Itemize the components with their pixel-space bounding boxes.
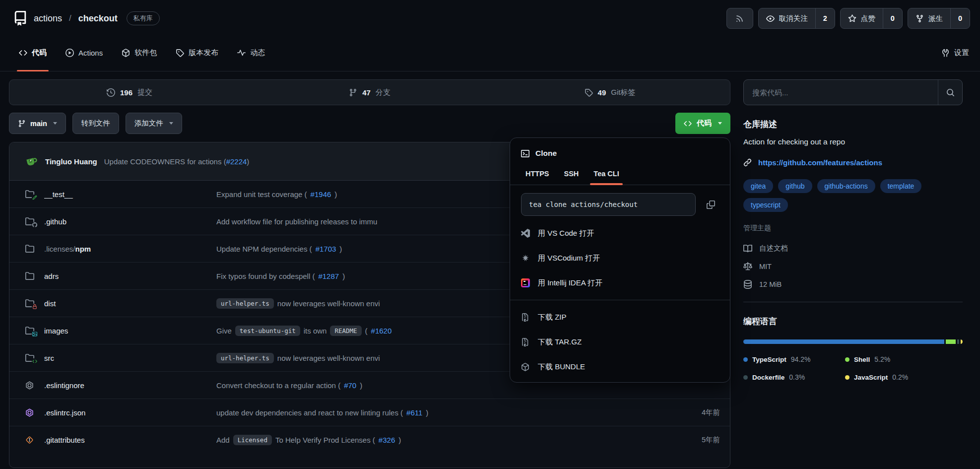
repo-owner-link[interactable]: actions	[34, 13, 62, 24]
menu-item-label: 下载 BUNDLE	[538, 362, 585, 372]
file-name[interactable]: .github	[44, 217, 216, 226]
breadcrumb: actions / checkout 私有库	[13, 11, 160, 26]
clone-tab-https[interactable]: HTTPS	[520, 164, 555, 185]
topic-github[interactable]: github	[778, 179, 812, 193]
tab-code[interactable]: 代码	[12, 35, 54, 71]
tab-settings[interactable]: 设置	[941, 35, 969, 71]
code-button[interactable]: 代码	[675, 113, 730, 134]
stat-commits[interactable]: 196提交	[9, 80, 250, 105]
language-legend-javascript[interactable]: JavaScript0.2%	[845, 373, 963, 381]
language-segment-dockerfile	[957, 339, 959, 344]
website-link[interactable]: https://github.com/features/actions	[758, 158, 882, 167]
add-file-button[interactable]: 添加文件	[126, 113, 182, 134]
commit-message[interactable]: update dev dependencies and react to new…	[216, 408, 695, 417]
menu-item[interactable]: 下载 TAR.GZ	[510, 330, 730, 354]
commit-author[interactable]: Tingluo Huang	[45, 157, 97, 166]
topic-github-actions[interactable]: github-actions	[817, 179, 875, 193]
file-name[interactable]: .eslintignore	[44, 381, 216, 390]
issue-link[interactable]: #2224	[226, 157, 247, 166]
file-name[interactable]: .gitattributes	[44, 436, 216, 444]
copy-button[interactable]	[702, 196, 719, 213]
file-name[interactable]: __test__	[44, 190, 216, 199]
search-input[interactable]	[744, 80, 938, 105]
rss-button[interactable]	[726, 8, 753, 29]
clone-download-items: 下载 ZIP下载 TAR.GZ下载 BUNDLE	[510, 305, 730, 379]
fork-count[interactable]: 0	[950, 8, 970, 28]
database-icon	[743, 280, 752, 289]
goto-file-button[interactable]: 转到文件	[72, 113, 119, 134]
file-name[interactable]: .licenses/npm	[44, 245, 216, 253]
meta-item[interactable]: 12 MiB	[743, 280, 963, 289]
file-row[interactable]: .gitattributesAddLicensedTo Help Verify …	[9, 426, 730, 454]
issue-link[interactable]: #611	[406, 408, 422, 417]
issue-link[interactable]: #326	[379, 436, 395, 444]
menu-item[interactable]: 下载 BUNDLE	[510, 354, 730, 379]
language-segment-typescript	[743, 339, 944, 344]
clone-tab-ssh[interactable]: SSH	[559, 164, 585, 185]
eye-icon	[766, 14, 775, 23]
file-name[interactable]: adrs	[44, 272, 216, 280]
tab-packages[interactable]: 软件包	[115, 35, 164, 71]
topic-template[interactable]: template	[880, 179, 922, 193]
language-legend-dockerfile[interactable]: Dockerfile0.3%	[743, 373, 845, 381]
repo-icon	[13, 11, 28, 26]
tab-actions[interactable]: Actions	[59, 35, 110, 71]
branch-selector[interactable]: main	[9, 113, 66, 134]
issue-link[interactable]: #70	[344, 381, 356, 390]
commit-message[interactable]: AddLicensedTo Help Verify Prod Licenses …	[216, 435, 695, 445]
repo-name-link[interactable]: checkout	[78, 13, 118, 24]
file-name[interactable]: src	[44, 354, 216, 362]
tab-activity[interactable]: 动态	[230, 35, 272, 71]
repo-page: actions / checkout 私有库 取消关注2点赞0派生0 代码Act…	[0, 0, 980, 469]
add-file-label: 添加文件	[134, 119, 163, 128]
rss-icon	[735, 14, 744, 23]
language-name: JavaScript	[854, 374, 888, 381]
menu-divider	[510, 300, 730, 300]
menu-item[interactable]: 用 VSCodium 打开	[510, 246, 730, 270]
file-name[interactable]: images	[44, 327, 216, 335]
tab-releases[interactable]: 版本发布	[169, 35, 225, 71]
stat-value: 49	[598, 88, 606, 97]
stat-value: 47	[362, 88, 371, 97]
file-row[interactable]: .eslintrc.jsonupdate dev dependencies an…	[9, 399, 730, 426]
link-icon	[743, 158, 752, 167]
topic-typescript[interactable]: typescript	[743, 198, 788, 212]
fork-button[interactable]: 派生0	[908, 8, 970, 29]
repo-nav: 代码Actions软件包版本发布动态 设置	[0, 35, 980, 71]
unwatch-button[interactable]: 取消关注2	[758, 8, 835, 29]
menu-item-label: 用 VSCodium 打开	[538, 254, 600, 263]
menu-item[interactable]: 下载 ZIP	[510, 305, 730, 330]
clone-protocol-tabs: HTTPSSSHTea CLI	[510, 164, 730, 185]
meta-item[interactable]: MIT	[743, 262, 963, 271]
star-count[interactable]: 0	[883, 8, 902, 28]
file-name[interactable]: dist	[44, 299, 216, 308]
file-toolbar: main 转到文件 添加文件 代码	[9, 113, 730, 134]
file-name[interactable]: .eslintrc.json	[44, 408, 216, 417]
clone-tab-tea-cli[interactable]: Tea CLI	[588, 164, 624, 185]
menu-item[interactable]: 用 VS Code 打开	[510, 221, 730, 246]
manage-topics-link[interactable]: 管理主题	[743, 224, 771, 233]
menu-item[interactable]: 用 Intellij IDEA 打开	[510, 270, 730, 295]
issue-link[interactable]: #1287	[318, 272, 339, 280]
eslint-purple-icon	[25, 408, 35, 417]
language-legend-typescript[interactable]: TypeScript94.2%	[743, 355, 845, 363]
star-button[interactable]: 点赞0	[840, 8, 903, 29]
language-legend-shell[interactable]: Shell5.2%	[845, 355, 963, 363]
star-icon	[848, 14, 856, 23]
breadcrumb-separator: /	[69, 13, 71, 23]
stat-branches[interactable]: 47分支	[250, 80, 490, 105]
clone-command-input[interactable]	[521, 193, 696, 216]
topic-gitea[interactable]: gitea	[743, 179, 773, 193]
stat-tags[interactable]: 49Git标签	[490, 80, 730, 105]
fork-label: 派生	[928, 14, 943, 23]
issue-link[interactable]: #1946	[311, 190, 331, 199]
repo-stats-bar: 196提交47分支49Git标签	[9, 79, 730, 105]
search-button[interactable]	[938, 80, 962, 105]
goto-file-label: 转到文件	[81, 119, 110, 128]
meta-item[interactable]: 自述文档	[743, 244, 963, 253]
language-percent: 94.2%	[791, 355, 811, 363]
issue-link[interactable]: #1620	[371, 327, 392, 335]
package-icon	[521, 363, 530, 371]
unwatch-count[interactable]: 2	[815, 8, 835, 28]
issue-link[interactable]: #1703	[316, 245, 336, 253]
